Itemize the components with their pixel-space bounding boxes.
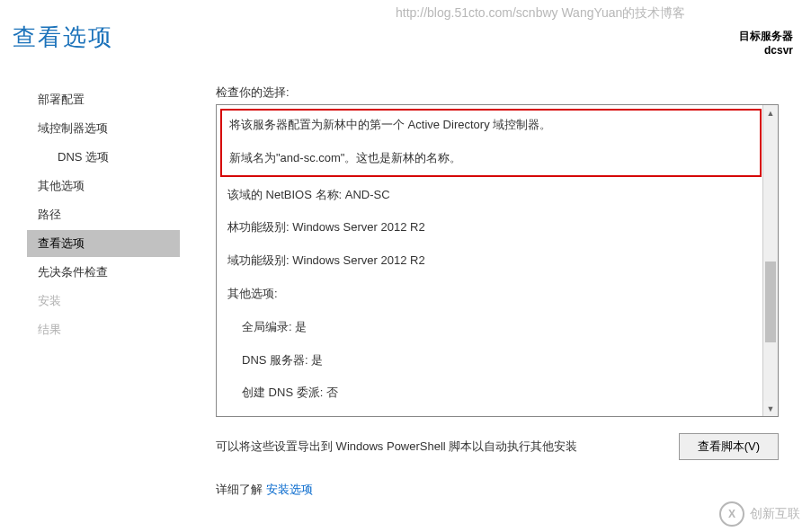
other-options-label: 其他选项: <box>227 285 748 304</box>
dns-server-value: DNS 服务器: 是 <box>227 351 748 370</box>
brand-logo-icon: X <box>719 501 744 527</box>
sidebar-item-other-options[interactable]: 其他选项 <box>27 173 180 200</box>
export-description: 可以将这些设置导出到 Windows PowerShell 脚本以自动执行其他安… <box>216 439 577 455</box>
learn-more-prefix: 详细了解 <box>216 483 266 496</box>
sidebar-item-prereq-check[interactable]: 先决条件检查 <box>27 259 180 286</box>
scroll-down-arrow-icon[interactable]: ▼ <box>763 401 778 416</box>
sidebar-item-results: 结果 <box>27 316 180 343</box>
sidebar-item-paths[interactable]: 路径 <box>27 201 180 228</box>
wizard-steps-sidebar: 部署配置 域控制器选项 DNS 选项 其他选项 路径 查看选项 先决条件检查 安… <box>27 86 180 345</box>
watermark-text: http://blog.51cto.com/scnbwy WangYuan的技术… <box>396 5 685 22</box>
sidebar-item-deployment-config[interactable]: 部署配置 <box>27 86 180 113</box>
highlighted-summary: 将该服务器配置为新林中的第一个 Active Directory 域控制器。 新… <box>220 109 762 177</box>
scroll-thumb[interactable] <box>765 262 776 342</box>
brand-logo: X 创新互联 <box>719 501 800 527</box>
target-server-name: dcsvr <box>739 44 793 57</box>
global-catalog-value: 全局编录: 是 <box>227 318 748 337</box>
scroll-up-arrow-icon[interactable]: ▲ <box>763 105 778 120</box>
domain-functional-level: 域功能级别: Windows Server 2012 R2 <box>227 252 748 270</box>
review-options-content: 将该服务器配置为新林中的第一个 Active Directory 域控制器。 新… <box>217 105 762 416</box>
export-row: 可以将这些设置导出到 Windows PowerShell 脚本以自动执行其他安… <box>216 433 779 460</box>
learn-more-row: 详细了解 安装选项 <box>216 482 797 498</box>
scrollbar[interactable]: ▲ ▼ <box>762 105 778 416</box>
page-title: 查看选项 <box>13 22 113 53</box>
sidebar-item-dns-options[interactable]: DNS 选项 <box>27 144 180 171</box>
summary-line-2: 新域名为"and-sc.com"。这也是新林的名称。 <box>229 149 753 168</box>
netbios-name: 该域的 NetBIOS 名称: AND-SC <box>227 186 748 205</box>
sidebar-item-install: 安装 <box>27 288 180 315</box>
check-selection-label: 检查你的选择: <box>216 84 797 101</box>
target-server-label: 目标服务器 <box>739 29 793 44</box>
forest-functional-level: 林功能级别: Windows Server 2012 R2 <box>227 218 748 237</box>
sidebar-item-dc-options[interactable]: 域控制器选项 <box>27 115 180 142</box>
learn-more-link[interactable]: 安装选项 <box>266 483 313 496</box>
summary-line-1: 将该服务器配置为新林中的第一个 Active Directory 域控制器。 <box>229 116 753 135</box>
dns-delegation-value: 创建 DNS 委派: 否 <box>227 384 748 403</box>
review-options-box: 将该服务器配置为新林中的第一个 Active Directory 域控制器。 新… <box>216 104 779 417</box>
sidebar-item-review-options[interactable]: 查看选项 <box>27 230 180 257</box>
main-content: 检查你的选择: 将该服务器配置为新林中的第一个 Active Directory… <box>216 84 797 498</box>
brand-logo-text: 创新互联 <box>750 506 800 522</box>
view-script-button[interactable]: 查看脚本(V) <box>679 433 779 460</box>
target-server-block: 目标服务器 dcsvr <box>739 29 793 57</box>
